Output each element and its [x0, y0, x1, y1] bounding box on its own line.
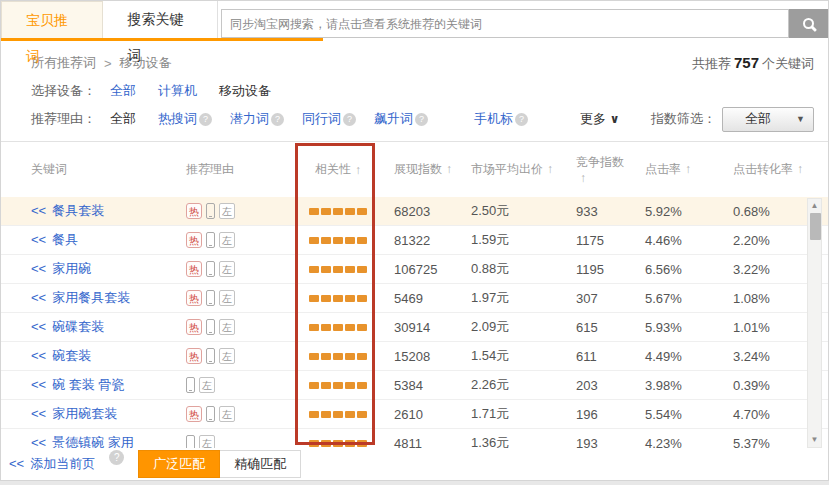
- expand-left-icon: <<: [31, 261, 46, 276]
- left-match-icon: 左: [219, 261, 235, 277]
- help-icon[interactable]: ?: [199, 113, 212, 126]
- table-row: <<家用碗套装 热 左 2610 1.71元 196 5.54% 4.70%: [1, 400, 828, 429]
- relevance-bar: [308, 237, 368, 244]
- competition-value: 611: [558, 349, 633, 364]
- expand-left-icon: <<: [31, 406, 46, 421]
- broad-match-button[interactable]: 广泛匹配: [138, 450, 220, 478]
- scrollbar-thumb[interactable]: [810, 213, 821, 240]
- left-match-icon: 左: [219, 406, 235, 422]
- impression-value: 15208: [382, 349, 459, 364]
- mobile-phone-icon: [206, 348, 215, 364]
- scroll-down-icon[interactable]: ▼: [808, 434, 821, 446]
- sort-up-icon: ↑: [355, 163, 361, 177]
- table-scrollbar[interactable]: ▲ ▼: [807, 198, 822, 448]
- relevance-bar: [308, 411, 368, 418]
- table-row: <<碗套装 热 左 15208 1.54元 611 4.49% 3.24%: [1, 342, 828, 371]
- breadcrumb-root[interactable]: 所有推荐词: [31, 54, 96, 72]
- tab-item-recommend[interactable]: 宝贝推词: [1, 1, 103, 38]
- header-impression-sort[interactable]: 展现指数↑: [382, 161, 459, 178]
- sort-up-icon: ↑: [580, 171, 586, 185]
- keyword-link[interactable]: <<景德镇碗 家用: [31, 435, 134, 448]
- header-ctr-sort[interactable]: 点击率↑: [633, 161, 713, 178]
- left-match-icon: 左: [219, 203, 235, 219]
- search-input[interactable]: [221, 9, 789, 38]
- filter-section: 所有推荐词 > 移动设备 共推荐757个关键词 选择设备： 全部 计算机 移动设…: [1, 41, 828, 141]
- impression-value: 2610: [382, 407, 459, 422]
- total-count-text: 共推荐757个关键词: [692, 54, 814, 73]
- help-icon[interactable]: ?: [515, 113, 528, 126]
- tab-search-keyword[interactable]: 搜索关键词: [103, 1, 218, 38]
- device-filter-label: 选择设备：: [31, 82, 96, 100]
- chevron-down-icon: ∨: [610, 112, 619, 126]
- reason-option-all-selected[interactable]: 全部: [110, 110, 136, 128]
- reason-option-peer[interactable]: 同行词: [302, 110, 341, 128]
- impression-value: 4811: [382, 436, 459, 449]
- competition-value: 307: [558, 291, 633, 306]
- reason-option-potential[interactable]: 潜力词: [230, 110, 269, 128]
- left-match-icon: 左: [219, 319, 235, 335]
- search-bar: [221, 1, 828, 41]
- add-current-page-link[interactable]: <<添加当前页: [9, 455, 95, 473]
- sort-up-icon: ↑: [797, 162, 803, 176]
- help-icon[interactable]: ?: [271, 113, 284, 126]
- exact-match-button[interactable]: 精确匹配: [220, 450, 301, 478]
- ctr-value: 3.98%: [633, 378, 713, 393]
- reason-filter-label: 推荐理由：: [31, 110, 96, 128]
- price-value: 1.54元: [459, 347, 558, 365]
- impression-value: 5469: [382, 291, 459, 306]
- reason-filter-row: 推荐理由： 全部 热搜词? 潜力词? 同行词? 飙升词? 手机标? 更多 ∨ 指…: [31, 105, 814, 133]
- scroll-up-icon[interactable]: ▲: [808, 200, 821, 212]
- price-value: 1.97元: [459, 289, 558, 307]
- device-option-pc[interactable]: 计算机: [158, 82, 197, 100]
- search-button[interactable]: [789, 9, 828, 38]
- reason-option-hot[interactable]: 热搜词: [158, 110, 197, 128]
- header-price-sort[interactable]: 市场平均出价↑: [459, 161, 558, 178]
- competition-value: 196: [558, 407, 633, 422]
- help-icon[interactable]: ?: [109, 450, 124, 465]
- relevance-bar: [308, 324, 368, 331]
- table-row: <<家用餐具套装 热 左 5469 1.97元 307 5.67% 1.08%: [1, 284, 828, 313]
- device-option-all[interactable]: 全部: [110, 82, 136, 100]
- device-option-mobile-selected[interactable]: 移动设备: [219, 82, 271, 100]
- impression-value: 106725: [382, 262, 459, 277]
- keyword-link[interactable]: <<家用碗套装: [31, 406, 117, 421]
- table-row: <<家用碗 热 左 106725 0.88元 1195 6.56% 3.22%: [1, 255, 828, 284]
- left-match-icon: 左: [199, 377, 215, 393]
- expand-left-icon: <<: [31, 203, 46, 218]
- header-relevance-sort[interactable]: 相关性↑: [294, 161, 382, 178]
- competition-value: 1175: [558, 233, 633, 248]
- ctr-value: 5.67%: [633, 291, 713, 306]
- index-filter-select[interactable]: 全部 ▼: [722, 107, 814, 132]
- keyword-link[interactable]: <<碗 套装 骨瓷: [31, 377, 124, 392]
- mobile-phone-icon: [206, 406, 215, 422]
- mobile-phone-icon: [206, 290, 215, 306]
- competition-value: 203: [558, 378, 633, 393]
- keyword-link[interactable]: <<家用碗: [31, 261, 91, 276]
- expand-left-icon: <<: [31, 232, 46, 247]
- table-row: <<碗碟套装 热 左 30914 2.09元 615 5.93% 1.01%: [1, 313, 828, 342]
- relevance-bar: [308, 266, 368, 273]
- price-value: 1.59元: [459, 231, 558, 249]
- breadcrumb-separator: >: [104, 56, 112, 71]
- mobile-phone-icon: [206, 319, 215, 335]
- left-match-icon: 左: [219, 348, 235, 364]
- keyword-link[interactable]: <<碗套装: [31, 348, 91, 363]
- left-match-icon: 左: [199, 435, 215, 448]
- expand-left-icon: <<: [31, 319, 46, 334]
- keyword-link[interactable]: <<碗碟套装: [31, 319, 104, 334]
- header-competition-sort[interactable]: 竞争指数↑: [558, 154, 633, 185]
- expand-left-icon: <<: [31, 348, 46, 363]
- keyword-link[interactable]: <<餐具: [31, 232, 78, 247]
- keyword-link[interactable]: <<餐具套装: [31, 203, 104, 218]
- more-filters-toggle[interactable]: 更多 ∨: [580, 110, 618, 128]
- reason-option-rising[interactable]: 飙升词: [374, 110, 413, 128]
- header-cvr-sort[interactable]: 点击转化率↑: [713, 161, 828, 178]
- ctr-value: 6.56%: [633, 262, 713, 277]
- table-row: <<餐具套装 热 左 68203 2.50元 933 5.92% 0.68%: [1, 197, 828, 226]
- help-icon[interactable]: ?: [415, 113, 428, 126]
- keyword-link[interactable]: <<家用餐具套装: [31, 290, 130, 305]
- help-icon[interactable]: ?: [343, 113, 356, 126]
- relevance-bar: [308, 295, 368, 302]
- competition-value: 615: [558, 320, 633, 335]
- reason-option-mobile-tag[interactable]: 手机标: [474, 110, 513, 128]
